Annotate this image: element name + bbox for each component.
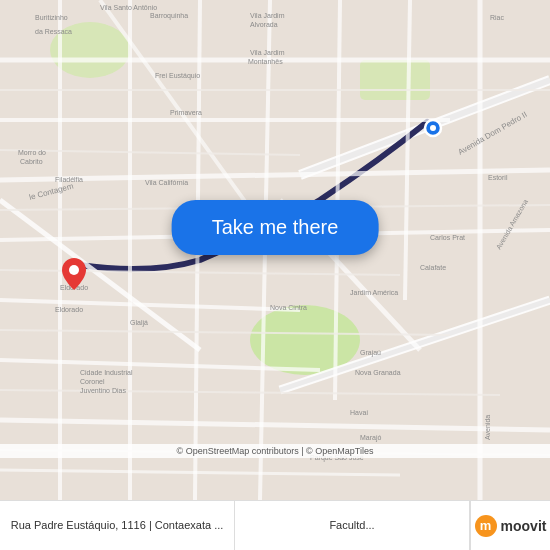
svg-text:Avenida: Avenida <box>484 415 491 440</box>
svg-text:Havaí: Havaí <box>350 409 368 416</box>
svg-text:da Ressaca: da Ressaca <box>35 28 72 35</box>
svg-text:Vila Jardim: Vila Jardim <box>250 49 285 56</box>
bottom-bar: Rua Padre Eustáquio, 1116 | Contaexata .… <box>0 500 550 550</box>
svg-text:Vila Califórnia: Vila Califórnia <box>145 179 188 186</box>
svg-text:Vila Jardim: Vila Jardim <box>250 12 285 19</box>
moovit-logo: m moovit <box>475 515 547 537</box>
svg-text:Eldorado: Eldorado <box>55 306 83 313</box>
svg-text:Buritizinho: Buritizinho <box>35 14 68 21</box>
svg-text:Cabrito: Cabrito <box>20 158 43 165</box>
svg-text:Jardim América: Jardim América <box>350 289 398 296</box>
map-attribution: © OpenStreetMap contributors | © OpenMap… <box>0 444 550 458</box>
moovit-icon: m <box>475 515 497 537</box>
app: le Contagem Morro do Cabrito Filadélfia … <box>0 0 550 550</box>
svg-text:Vila Santo Antônio: Vila Santo Antônio <box>100 4 157 11</box>
svg-text:Frei Eustáquio: Frei Eustáquio <box>155 72 200 80</box>
svg-point-72 <box>69 265 79 275</box>
svg-text:Estoril: Estoril <box>488 174 508 181</box>
svg-text:Filadélfia: Filadélfia <box>55 176 83 183</box>
svg-text:Marajó: Marajó <box>360 434 382 442</box>
moovit-label: moovit <box>501 518 547 534</box>
svg-text:Cidade Industrial: Cidade Industrial <box>80 369 133 376</box>
take-me-there-button[interactable]: Take me there <box>172 200 379 255</box>
origin-marker <box>423 118 443 142</box>
svg-text:Carlos Prat: Carlos Prat <box>430 234 465 241</box>
svg-text:Nova Cintra: Nova Cintra <box>270 304 307 311</box>
svg-text:Glaljá: Glaljá <box>130 319 148 327</box>
svg-text:Grajaú: Grajaú <box>360 349 381 357</box>
svg-text:Riac: Riac <box>490 14 505 21</box>
svg-text:Nova Granada: Nova Granada <box>355 369 401 376</box>
svg-text:Primavera: Primavera <box>170 109 202 116</box>
svg-rect-3 <box>360 60 430 100</box>
origin-text: Rua Padre Eustáquio, 1116 | Contaexata .… <box>11 518 224 532</box>
origin-cell: Rua Padre Eustáquio, 1116 | Contaexata .… <box>0 501 235 550</box>
svg-text:Coronel: Coronel <box>80 378 105 385</box>
destination-cell: Facultd... <box>235 501 470 550</box>
svg-text:Juventino Dias: Juventino Dias <box>80 387 126 394</box>
destination-text: Facultd... <box>329 518 374 532</box>
map-container: le Contagem Morro do Cabrito Filadélfia … <box>0 0 550 500</box>
svg-text:Calafate: Calafate <box>420 264 446 271</box>
svg-text:Montanhês: Montanhês <box>248 58 283 65</box>
svg-point-71 <box>430 125 436 131</box>
svg-text:Barroquinha: Barroquinha <box>150 12 188 20</box>
moovit-cell: m moovit <box>470 501 550 550</box>
svg-text:Alvorada: Alvorada <box>250 21 278 28</box>
svg-text:Morro do: Morro do <box>18 149 46 156</box>
destination-marker <box>62 258 86 294</box>
